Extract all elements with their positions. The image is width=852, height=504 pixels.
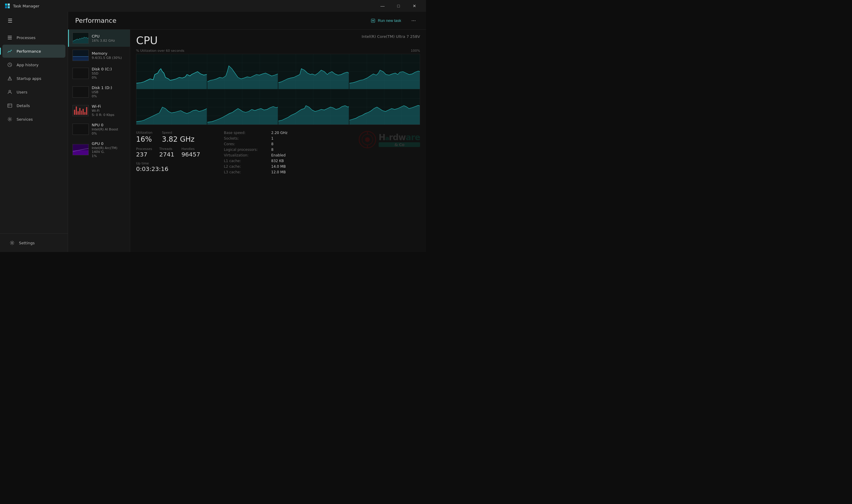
- app-history-label: App history: [17, 63, 38, 67]
- utilization-stat: Utilization 16%: [136, 131, 152, 143]
- cpu-cell-3: [349, 54, 420, 89]
- disk1-name: Disk 1 (D:): [92, 86, 126, 90]
- base-speed-row: Base speed: 2.20 GHz: [224, 131, 288, 135]
- chart-subtitle: Intel(R) Core(TM) Ultra 7 258V: [362, 34, 420, 39]
- cpu-cell-4: [137, 90, 207, 125]
- l2-row: L2 cache: 14.0 MB: [224, 164, 288, 168]
- cores-key: Cores:: [224, 142, 265, 146]
- l1-key: L1 cache:: [224, 159, 265, 163]
- svg-rect-2: [5, 6, 7, 8]
- threads-stat: Threads 2741: [159, 147, 174, 158]
- cpu-cell-5: [207, 90, 278, 125]
- svg-rect-5: [8, 37, 12, 38]
- sidebar-header: ☰: [0, 12, 68, 30]
- virt-val: Enabled: [271, 153, 286, 157]
- sidebar-item-settings[interactable]: Settings: [5, 236, 63, 249]
- startup-icon: [7, 76, 13, 81]
- memory-thumbnail: [72, 50, 89, 61]
- minimize-button[interactable]: —: [376, 1, 389, 11]
- processes-label: Processes: [17, 36, 36, 40]
- svg-rect-24: [73, 56, 89, 59]
- logical-val: 8: [271, 148, 274, 152]
- device-item-disk0[interactable]: Disk 0 (C:) SSD 0%: [68, 64, 130, 83]
- stats-section: Utilization 16% Speed 3.82 GHz Processes: [136, 131, 420, 174]
- sidebar-item-details[interactable]: Details: [2, 99, 66, 112]
- sockets-val: 1: [271, 136, 274, 141]
- disk1-info: Disk 1 (D:) USB 0%: [92, 86, 126, 98]
- services-label: Services: [17, 117, 33, 122]
- chart-header: CPU Intel(R) Core(TM) Ultra 7 258V: [136, 34, 420, 47]
- disk1-sub: USB: [92, 90, 126, 94]
- handles-stat: Handles 96457: [181, 147, 200, 158]
- base-speed-val: 2.20 GHz: [271, 131, 288, 135]
- virt-key: Virtualization:: [224, 153, 265, 157]
- device-item-cpu[interactable]: CPU 16% 3.82 GHz: [68, 30, 130, 47]
- svg-rect-3: [8, 6, 10, 8]
- uptime-value: 0:03:23:16: [136, 165, 200, 173]
- svg-point-96: [365, 137, 370, 142]
- cpu-name: CPU: [92, 34, 126, 38]
- page-title: Performance: [75, 17, 116, 24]
- speed-value: 3.82 GHz: [162, 135, 194, 143]
- sidebar-item-startup-apps[interactable]: Startup apps: [2, 72, 66, 85]
- device-item-disk1[interactable]: Disk 1 (D:) USB 0%: [68, 83, 130, 101]
- maximize-button[interactable]: □: [392, 1, 405, 11]
- l2-val: 14.0 MB: [271, 164, 286, 168]
- chart-panel: CPU Intel(R) Core(TM) Ultra 7 258V % Uti…: [130, 30, 426, 252]
- watermark-icon: [359, 131, 376, 148]
- sidebar: ☰ Processes Performan: [0, 12, 68, 252]
- wifi-name: Wi-Fi: [92, 104, 126, 109]
- performance-label: Performance: [17, 49, 41, 54]
- hamburger-button[interactable]: ☰: [5, 15, 15, 26]
- sidebar-item-app-history[interactable]: App history: [2, 58, 66, 71]
- utilization-label: Utilization: [136, 131, 152, 134]
- svg-rect-12: [8, 104, 12, 107]
- l3-row: L3 cache: 12.0 MB: [224, 170, 288, 174]
- device-item-gpu[interactable]: GPU 0 Intel(R) Arc(TM) 140V G. 1%: [68, 139, 130, 161]
- gpu-info: GPU 0 Intel(R) Arc(TM) 140V G. 1%: [92, 141, 126, 158]
- close-button[interactable]: ✕: [407, 1, 421, 11]
- base-speed-key: Base speed:: [224, 131, 265, 135]
- device-list: CPU 16% 3.82 GHz: [68, 30, 130, 252]
- sidebar-item-users[interactable]: Users: [2, 86, 66, 98]
- titlebar: Task Manager — □ ✕: [0, 0, 426, 12]
- threads-label: Threads: [159, 147, 174, 151]
- sockets-key: Sockets:: [224, 136, 265, 141]
- chart-label-row: % Utilization over 60 seconds 100%: [136, 49, 420, 53]
- svg-point-10: [10, 79, 10, 80]
- disk1-pct: 0%: [92, 94, 126, 98]
- sidebar-item-services[interactable]: Services: [2, 113, 66, 126]
- gpu-pct: 1%: [92, 154, 126, 158]
- processes-value: 237: [136, 151, 152, 158]
- device-item-npu[interactable]: NPU 0 Intel(R) AI Boost 0%: [68, 120, 130, 139]
- l1-row: L1 cache: 832 KB: [224, 159, 288, 163]
- sidebar-item-processes[interactable]: Processes: [2, 31, 66, 44]
- disk0-sub: SSD: [92, 72, 126, 75]
- device-item-wifi[interactable]: Wi-Fi Wi-Fi S: 0 R: 0 Kbps: [68, 101, 130, 120]
- content-area: CPU 16% 3.82 GHz: [68, 30, 426, 252]
- sidebar-nav: Processes Performance App history: [0, 30, 68, 233]
- run-task-icon: [371, 18, 376, 23]
- speed-stat: Speed 3.82 GHz: [162, 131, 194, 143]
- wifi-thumbnail: [72, 105, 89, 116]
- svg-point-15: [9, 119, 11, 120]
- npu-thumbnail: [72, 124, 89, 135]
- device-item-memory[interactable]: Memory 9.4/31.5 GB (30%): [68, 47, 130, 64]
- header-actions: Run new task ···: [367, 15, 419, 26]
- gpu-sub: Intel(R) Arc(TM) 140V G.: [92, 146, 126, 154]
- users-label: Users: [17, 90, 27, 94]
- disk0-pct: 0%: [92, 76, 126, 79]
- disk0-info: Disk 0 (C:) SSD 0%: [92, 67, 126, 79]
- settings-icon: [10, 240, 15, 246]
- cpu-cell-0: [137, 54, 207, 89]
- svg-rect-27: [73, 124, 89, 135]
- axis-max: 100%: [411, 49, 420, 53]
- svg-rect-6: [8, 39, 12, 39]
- run-new-task-button[interactable]: Run new task: [367, 16, 405, 25]
- svg-rect-23: [73, 59, 89, 61]
- watermark-text: Hardware & Co: [379, 132, 420, 147]
- cpu-cell-1: [207, 54, 278, 89]
- sidebar-item-performance[interactable]: Performance: [2, 45, 66, 58]
- logical-row: Logical processors: 8: [224, 148, 288, 152]
- more-options-button[interactable]: ···: [408, 15, 419, 26]
